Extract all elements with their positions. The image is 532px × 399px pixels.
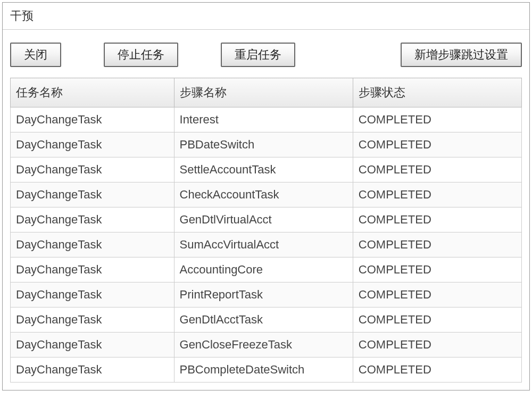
stop-task-button-label: 停止任务 xyxy=(118,48,164,61)
col-header-step-name[interactable]: 步骤名称 xyxy=(174,78,353,107)
window-title: 干预 xyxy=(3,3,529,30)
cell-step-status: COMPLETED xyxy=(353,358,521,383)
add-skip-step-button-label: 新增步骤跳过设置 xyxy=(414,48,508,61)
table-row[interactable]: DayChangeTaskSumAccVirtualAcctCOMPLETED xyxy=(11,232,522,257)
toolbar: 关闭 停止任务 重启任务 新增步骤跳过设置 xyxy=(3,30,529,78)
cell-task-name: DayChangeTask xyxy=(11,358,174,383)
cell-step-name: GenDtlAcctTask xyxy=(174,307,353,332)
cell-step-status: COMPLETED xyxy=(353,107,521,132)
steps-table: 任务名称 步骤名称 步骤状态 DayChangeTaskInterestCOMP… xyxy=(10,78,522,383)
cell-step-status: COMPLETED xyxy=(353,332,521,358)
window-title-text: 干预 xyxy=(10,9,34,22)
cell-task-name: DayChangeTask xyxy=(11,282,174,307)
table-row[interactable]: DayChangeTaskCheckAccountTaskCOMPLETED xyxy=(11,182,522,207)
cell-step-name: AccountingCore xyxy=(174,257,353,282)
cell-step-status: COMPLETED xyxy=(353,232,521,257)
cell-step-status: COMPLETED xyxy=(353,207,521,232)
col-header-step-status[interactable]: 步骤状态 xyxy=(353,78,521,107)
close-button[interactable]: 关闭 xyxy=(10,43,61,67)
cell-step-name: Interest xyxy=(174,107,353,132)
cell-task-name: DayChangeTask xyxy=(11,157,174,182)
cell-task-name: DayChangeTask xyxy=(11,257,174,282)
steps-table-wrap: 任务名称 步骤名称 步骤状态 DayChangeTaskInterestCOMP… xyxy=(10,78,522,383)
table-header-row: 任务名称 步骤名称 步骤状态 xyxy=(11,78,522,107)
restart-task-button[interactable]: 重启任务 xyxy=(221,43,295,67)
table-row[interactable]: DayChangeTaskPrintReportTaskCOMPLETED xyxy=(11,282,522,307)
cell-step-status: COMPLETED xyxy=(353,282,521,307)
table-row[interactable]: DayChangeTaskGenDtlAcctTaskCOMPLETED xyxy=(11,307,522,332)
intervention-window: 干预 关闭 停止任务 重启任务 新增步骤跳过设置 任务名称 xyxy=(2,2,530,390)
cell-step-status: COMPLETED xyxy=(353,132,521,157)
restart-task-button-label: 重启任务 xyxy=(235,48,281,61)
cell-step-name: PBDateSwitch xyxy=(174,132,353,157)
cell-task-name: DayChangeTask xyxy=(11,132,174,157)
cell-step-status: COMPLETED xyxy=(353,157,521,182)
cell-task-name: DayChangeTask xyxy=(11,307,174,332)
table-row[interactable]: DayChangeTaskPBDateSwitchCOMPLETED xyxy=(11,132,522,157)
table-row[interactable]: DayChangeTaskSettleAccountTaskCOMPLETED xyxy=(11,157,522,182)
cell-step-name: PrintReportTask xyxy=(174,282,353,307)
cell-step-status: COMPLETED xyxy=(353,182,521,207)
cell-step-status: COMPLETED xyxy=(353,307,521,332)
table-row[interactable]: DayChangeTaskGenDtlVirtualAcctCOMPLETED xyxy=(11,207,522,232)
table-row[interactable]: DayChangeTaskInterestCOMPLETED xyxy=(11,107,522,132)
cell-task-name: DayChangeTask xyxy=(11,182,174,207)
cell-step-name: SettleAccountTask xyxy=(174,157,353,182)
cell-step-name: PBCompleteDateSwitch xyxy=(174,358,353,383)
col-header-task-name[interactable]: 任务名称 xyxy=(11,78,174,107)
cell-step-name: SumAccVirtualAcct xyxy=(174,232,353,257)
table-row[interactable]: DayChangeTaskAccountingCoreCOMPLETED xyxy=(11,257,522,282)
close-button-label: 关闭 xyxy=(24,48,47,61)
stop-task-button[interactable]: 停止任务 xyxy=(104,43,178,67)
add-skip-step-button[interactable]: 新增步骤跳过设置 xyxy=(401,43,522,67)
table-row[interactable]: DayChangeTaskGenCloseFreezeTaskCOMPLETED xyxy=(11,332,522,358)
cell-step-name: CheckAccountTask xyxy=(174,182,353,207)
steps-tbody: DayChangeTaskInterestCOMPLETEDDayChangeT… xyxy=(11,107,522,383)
table-row[interactable]: DayChangeTaskPBCompleteDateSwitchCOMPLET… xyxy=(11,358,522,383)
cell-task-name: DayChangeTask xyxy=(11,232,174,257)
cell-task-name: DayChangeTask xyxy=(11,107,174,132)
cell-step-status: COMPLETED xyxy=(353,257,521,282)
cell-step-name: GenDtlVirtualAcct xyxy=(174,207,353,232)
cell-task-name: DayChangeTask xyxy=(11,332,174,358)
cell-task-name: DayChangeTask xyxy=(11,207,174,232)
cell-step-name: GenCloseFreezeTask xyxy=(174,332,353,358)
